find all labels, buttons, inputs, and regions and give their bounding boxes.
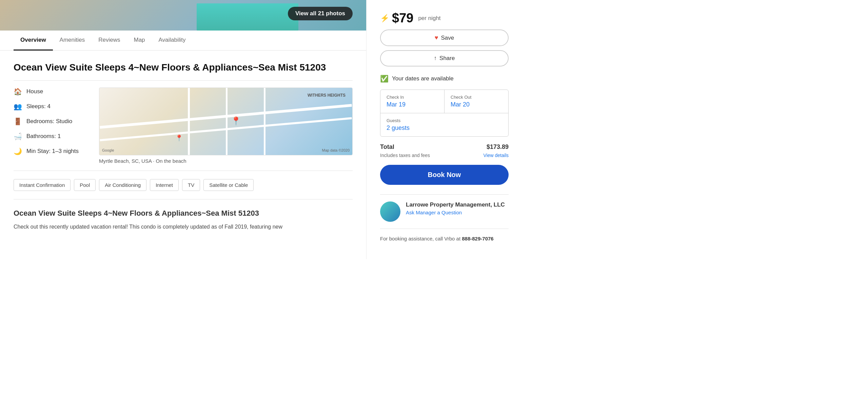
amenity-internet: Internet: [150, 179, 179, 191]
checkout-value: Mar 20: [451, 101, 502, 108]
description-text: Check out this recently updated vacation…: [14, 222, 353, 231]
min-stay-icon: 🌙: [14, 147, 22, 155]
booking-assistance: For booking assistance, call Vrbo at 888…: [380, 229, 509, 248]
amenity-tv: TV: [182, 179, 200, 191]
bedrooms-label: Bedrooms: Studio: [26, 118, 72, 125]
divider-1: [14, 80, 353, 81]
property-map[interactable]: WITHERS HEIGHTS 📍 📍 Google Map data ©202…: [99, 87, 353, 155]
checkin-value: Mar 19: [387, 101, 438, 108]
booking-form[interactable]: Check In Mar 19 Check Out Mar 20 Guests …: [380, 90, 509, 137]
property-title: Ocean View Suite Sleeps 4~New Floors & A…: [14, 61, 353, 74]
min-stay-label: Min Stay: 1–3 nights: [26, 148, 79, 155]
save-button[interactable]: ♥ Save: [380, 30, 509, 46]
booking-assistance-text: For booking assistance, call Vrbo at: [380, 236, 460, 241]
total-label: Total: [380, 143, 394, 151]
map-container[interactable]: WITHERS HEIGHTS 📍 📍 Google Map data ©202…: [99, 87, 353, 164]
amenities-tags: Instant Confirmation Pool Air Conditioni…: [14, 179, 353, 191]
bathrooms-item: 🛁 Bathrooms: 1: [14, 132, 79, 140]
map-caption: Myrtle Beach, SC, USA · On the beach: [99, 158, 353, 164]
lightning-icon: ⚡: [380, 14, 389, 23]
action-buttons: ♥ Save ↑ Share: [380, 30, 509, 66]
heart-icon: ♥: [435, 34, 438, 41]
sleeps-icon: 👥: [14, 102, 22, 111]
map-road: [188, 88, 190, 155]
tab-availability[interactable]: Availability: [152, 31, 193, 51]
sleeps-item: 👥 Sleeps: 4: [14, 102, 79, 111]
guests-label: Guests: [387, 118, 502, 123]
guests-row[interactable]: Guests 2 guests: [380, 113, 508, 136]
hero-image: View all 21 photos: [0, 0, 366, 31]
tab-amenities[interactable]: Amenities: [53, 31, 92, 51]
total-section: Total $173.89 Includes taxes and fees Vi…: [380, 143, 509, 158]
host-avatar: [380, 201, 400, 222]
property-nav: Overview Amenities Reviews Map Availabil…: [0, 31, 366, 51]
checkin-label: Check In: [387, 95, 438, 100]
amenity-air-conditioning: Air Conditioning: [99, 179, 146, 191]
book-now-button[interactable]: Book Now: [380, 165, 509, 185]
map-road: [264, 88, 265, 155]
host-info: Larrowe Property Management, LLC Ask Man…: [406, 201, 505, 216]
map-poi-pin: 📍: [175, 134, 183, 142]
share-label: Share: [439, 55, 455, 62]
amenity-satellite-cable: Satellite or Cable: [203, 179, 254, 191]
map-google-label: Google: [102, 148, 114, 152]
tab-overview[interactable]: Overview: [14, 31, 53, 51]
total-detail-row: Includes taxes and fees View details: [380, 153, 509, 158]
dates-row: Check In Mar 19 Check Out Mar 20: [380, 90, 508, 113]
booking-sidebar: ⚡ $79 per night ♥ Save ↑ Share ✅ Your da…: [366, 0, 522, 259]
total-amount: $173.89: [487, 143, 509, 151]
price-display: ⚡ $79 per night: [380, 11, 441, 25]
amenity-pool: Pool: [74, 179, 96, 191]
guests-field[interactable]: Guests 2 guests: [380, 113, 508, 136]
checkout-label: Check Out: [451, 95, 502, 100]
host-section: Larrowe Property Management, LLC Ask Man…: [380, 194, 509, 229]
tab-map[interactable]: Map: [127, 31, 152, 51]
map-neighborhood-label: WITHERS HEIGHTS: [308, 93, 346, 98]
description-title: Ocean View Suite Sleeps 4~New Floors & A…: [14, 209, 353, 218]
bathrooms-icon: 🛁: [14, 132, 22, 140]
booking-phone: 888-829-7076: [462, 236, 493, 241]
price-row: ⚡ $79 per night: [380, 11, 509, 25]
total-row: Total $173.89: [380, 143, 509, 151]
checkin-field[interactable]: Check In Mar 19: [380, 90, 445, 113]
sleeps-label: Sleeps: 4: [26, 103, 51, 110]
bathrooms-label: Bathrooms: 1: [26, 133, 61, 140]
share-button[interactable]: ↑ Share: [380, 50, 509, 66]
property-type-label: House: [26, 88, 43, 95]
guests-value: 2 guests: [387, 124, 502, 132]
map-data-label: Map data ©2020: [322, 148, 350, 152]
tab-reviews[interactable]: Reviews: [92, 31, 127, 51]
availability-row: ✅ Your dates are available: [380, 75, 509, 83]
availability-text: Your dates are available: [392, 75, 454, 82]
amenity-instant-confirmation: Instant Confirmation: [14, 179, 71, 191]
bedrooms-item: 🚪 Bedrooms: Studio: [14, 117, 79, 125]
save-label: Save: [441, 35, 454, 41]
house-icon: 🏠: [14, 87, 22, 96]
price-per-night: per night: [418, 15, 440, 22]
total-subtext: Includes taxes and fees: [380, 153, 430, 158]
view-photos-button[interactable]: View all 21 photos: [288, 7, 353, 20]
price-amount: $79: [392, 11, 413, 25]
property-type-item: 🏠 House: [14, 87, 79, 96]
min-stay-item: 🌙 Min Stay: 1–3 nights: [14, 147, 79, 155]
share-icon: ↑: [434, 55, 437, 62]
description-section: Ocean View Suite Sleeps 4~New Floors & A…: [14, 209, 353, 231]
divider-2: [14, 171, 353, 171]
check-circle-icon: ✅: [380, 75, 389, 83]
checkout-field[interactable]: Check Out Mar 20: [445, 90, 508, 113]
host-name: Larrowe Property Management, LLC: [406, 201, 505, 208]
ask-manager-link[interactable]: Ask Manager a Question: [406, 210, 462, 215]
bedrooms-icon: 🚪: [14, 117, 22, 125]
map-road: [226, 88, 228, 155]
map-pin: 📍: [231, 116, 241, 126]
property-info-list: 🏠 House 👥 Sleeps: 4 🚪 Bedrooms: Studio 🛁…: [14, 87, 79, 162]
divider-3: [14, 199, 353, 199]
amenities-section: Instant Confirmation Pool Air Conditioni…: [14, 179, 353, 191]
view-details-link[interactable]: View details: [484, 153, 509, 158]
